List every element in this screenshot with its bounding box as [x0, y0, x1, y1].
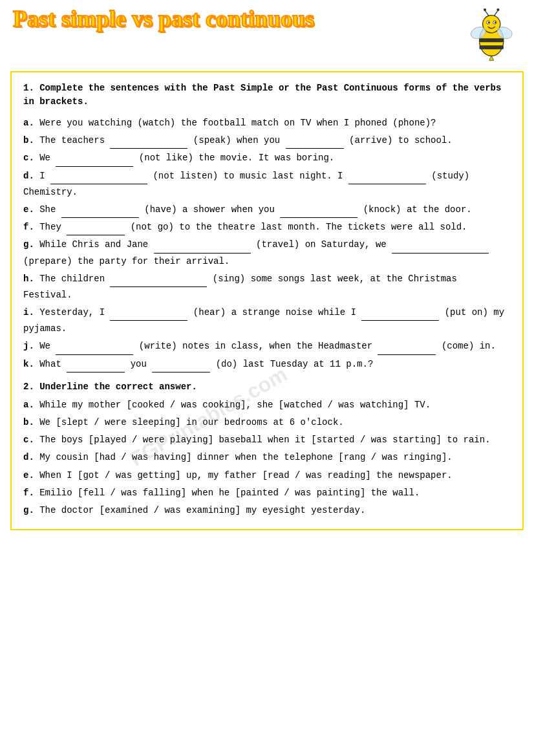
page-title: Past simple vs past continuous — [13, 6, 314, 32]
sentence-b: b. The teachers (speak) when you (arrive… — [23, 133, 511, 149]
sentence-c: c. We (not like) the movie. It was borin… — [23, 150, 511, 166]
blank-f1 — [67, 225, 125, 235]
main-content-box: 1. Complete the sentences with the Past … — [10, 71, 524, 530]
blank-i1 — [110, 310, 187, 321]
blank-b2 — [286, 138, 344, 149]
blank-d1 — [50, 174, 147, 184]
section1-number: 1. — [23, 83, 39, 93]
section2-number: 2. — [23, 382, 39, 392]
s2-sentence-c: c. The boys [played / were playing] base… — [23, 432, 511, 448]
sentence-j: j. We (write) notes in class, when the H… — [23, 338, 511, 354]
section2-instruction: Underline the correct answer. — [39, 382, 197, 392]
svg-line-10 — [494, 10, 498, 16]
sentence-f: f. They (not go) to the theatre last mon… — [23, 219, 511, 235]
page-header: Past simple vs past continuous — [6, 6, 528, 65]
blank-k1 — [67, 362, 125, 373]
blank-h1 — [110, 277, 207, 287]
blank-g2 — [392, 243, 489, 254]
blank-g1 — [154, 243, 251, 254]
sentence-i: i. Yesterday, I (hear) a strange noise w… — [23, 305, 511, 337]
bee-illustration — [463, 6, 521, 65]
blank-b1 — [110, 138, 187, 149]
svg-marker-14 — [489, 56, 494, 61]
sentence-e: e. She (have) a shower when you (knock) … — [23, 202, 511, 218]
sentence-a: a. Were you watching (watch) the footbal… — [23, 115, 511, 131]
blank-d2 — [348, 174, 426, 184]
s2-sentence-a: a. While my mother [cooked / was cooking… — [23, 397, 511, 413]
content-wrapper: 1. Complete the sentences with the Past … — [23, 81, 511, 519]
blank-e1 — [61, 208, 139, 218]
s2-sentence-g: g. The doctor [examined / was examining]… — [23, 502, 511, 519]
svg-line-8 — [485, 10, 489, 16]
svg-point-6 — [488, 21, 490, 23]
blank-k2 — [152, 362, 210, 373]
blank-j2 — [378, 345, 436, 355]
blank-e2 — [280, 208, 358, 218]
s2-sentence-d: d. My cousin [had / was having] dinner w… — [23, 449, 511, 466]
sentence-k: k. What you (do) last Tuesday at 11 p.m.… — [23, 356, 511, 373]
blank-c1 — [56, 157, 133, 167]
section1-title: 1. Complete the sentences with the Past … — [23, 81, 511, 109]
svg-point-9 — [484, 8, 486, 11]
blank-j1 — [56, 345, 133, 355]
blank-i2 — [361, 310, 439, 321]
svg-rect-2 — [480, 45, 504, 49]
s2-sentence-f: f. Emilio [fell / was falling] when he [… — [23, 485, 511, 501]
sentence-g: g. While Chris and Jane (travel) on Satu… — [23, 237, 511, 269]
s2-sentence-e: e. When I [got / was getting] up, my fat… — [23, 468, 511, 484]
svg-point-11 — [497, 8, 499, 11]
svg-rect-1 — [480, 38, 504, 42]
section2-title: 2. Underline the correct answer. — [23, 382, 511, 392]
s2-sentence-b: b. We [slept / were sleeping] in our bed… — [23, 415, 511, 431]
section1-instruction: Complete the sentences with the Past Sim… — [23, 83, 501, 107]
sentence-d: d. I (not listen) to music last night. I… — [23, 168, 511, 200]
svg-point-7 — [495, 21, 497, 23]
sentence-h: h. The children (sing) some songs last w… — [23, 271, 511, 303]
